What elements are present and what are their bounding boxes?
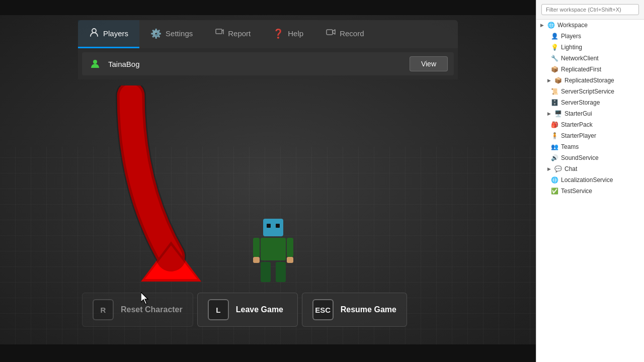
- sidebar-item-starterpack[interactable]: 🎒 StarterPack: [536, 119, 644, 130]
- reset-key-badge: R: [93, 299, 114, 320]
- sidebar-item-serverscriptservice[interactable]: 📜 ServerScriptService: [536, 86, 644, 97]
- svg-rect-14: [253, 257, 260, 263]
- main-area: Players ⚙️ Settings Report ❓: [0, 0, 536, 362]
- leave-game-label: Leave Game: [236, 305, 283, 314]
- tab-report-label: Report: [228, 29, 251, 38]
- bottom-black-bar: [0, 344, 536, 362]
- testservice-icon: ✅: [550, 187, 558, 195]
- replicatedstorage-label: ReplicatedStorage: [565, 77, 614, 84]
- tab-players[interactable]: Players: [78, 20, 139, 48]
- starterpack-icon: 🎒: [550, 121, 558, 129]
- sidebar-item-testservice[interactable]: ✅ TestService: [536, 186, 644, 197]
- report-tab-icon: [215, 28, 224, 39]
- reset-character-label: Reset Character: [121, 305, 183, 314]
- sidebar-item-lighting[interactable]: 💡 Lighting: [536, 42, 644, 53]
- resume-game-button[interactable]: ESC Resume Game: [302, 293, 407, 327]
- sidebar-item-replicatedfirst[interactable]: 📦 ReplicatedFirst: [536, 64, 644, 75]
- settings-tab-icon: ⚙️: [150, 28, 162, 39]
- top-black-bar: [0, 0, 536, 15]
- player-row: TainaBog View: [82, 52, 454, 75]
- players-list: TainaBog View: [78, 48, 458, 79]
- svg-rect-15: [287, 257, 293, 263]
- svg-rect-12: [261, 262, 271, 282]
- svg-rect-10: [253, 238, 260, 257]
- replicatedfirst-icon: 📦: [550, 65, 558, 73]
- teams-icon: 👥: [550, 143, 558, 151]
- players-sidebar-icon: 👤: [550, 32, 558, 40]
- leave-game-button[interactable]: L Leave Game: [197, 293, 298, 327]
- svg-rect-6: [263, 219, 283, 236]
- players-sidebar-label: Players: [561, 33, 581, 40]
- sidebar-item-networkclient[interactable]: 🔧 NetworkClient: [536, 53, 644, 64]
- right-sidebar: ▶ 🌐 Workspace 👤 Players 💡 Lighting 🔧 Net…: [536, 0, 644, 362]
- workspace-label: Workspace: [557, 22, 588, 29]
- teams-label: Teams: [561, 143, 579, 150]
- svg-rect-8: [276, 224, 280, 228]
- red-arrow: [91, 85, 211, 297]
- networkclient-icon: 🔧: [550, 54, 558, 62]
- view-player-button[interactable]: View: [410, 56, 448, 71]
- starterplayer-icon: 🧍: [550, 132, 558, 140]
- lighting-icon: 💡: [550, 43, 558, 51]
- networkclient-label: NetworkClient: [561, 55, 599, 62]
- sidebar-filter-area: [536, 0, 644, 20]
- replicatedstorage-icon: 📦: [554, 76, 562, 84]
- workspace-icon: 🌐: [547, 21, 555, 29]
- workspace-chevron: ▶: [539, 23, 544, 28]
- svg-point-0: [92, 29, 96, 33]
- tab-bar: Players ⚙️ Settings Report ❓: [78, 20, 458, 48]
- record-tab-icon: [326, 27, 336, 40]
- sidebar-item-starterplayer[interactable]: 🧍 StarterPlayer: [536, 130, 644, 141]
- game-character: [253, 219, 293, 284]
- sidebar-item-chat[interactable]: ▶ 💬 Chat: [536, 163, 644, 174]
- reset-character-button[interactable]: R Reset Character: [82, 293, 193, 327]
- serverscriptservice-icon: 📜: [550, 87, 558, 96]
- players-panel: Players ⚙️ Settings Report ❓: [0, 15, 536, 79]
- sidebar-item-replicatedstorage[interactable]: ▶ 📦 ReplicatedStorage: [536, 75, 644, 86]
- player-avatar: [88, 57, 102, 71]
- sidebar-item-players[interactable]: 👤 Players: [536, 31, 644, 42]
- svg-rect-11: [287, 238, 293, 257]
- serverstorage-label: ServerStorage: [561, 99, 600, 106]
- mouse-cursor: [141, 292, 151, 304]
- tab-record-label: Record: [340, 29, 364, 38]
- sidebar-item-startergui[interactable]: ▶ 🖥️ StarterGui: [536, 108, 644, 119]
- starterplayer-label: StarterPlayer: [561, 132, 596, 139]
- resume-game-label: Resume Game: [341, 305, 396, 314]
- svg-marker-4: [141, 241, 201, 282]
- sidebar-filter-input[interactable]: [541, 4, 639, 15]
- chat-icon: 💬: [554, 165, 562, 173]
- starterpack-label: StarterPack: [561, 121, 593, 128]
- svg-rect-1: [216, 29, 222, 34]
- lighting-label: Lighting: [561, 44, 582, 51]
- tab-record[interactable]: Record: [314, 20, 375, 48]
- svg-marker-5: [145, 245, 197, 279]
- sidebar-item-soundservice[interactable]: 🔊 SoundService: [536, 152, 644, 163]
- startergui-label: StarterGui: [565, 110, 592, 117]
- replicatedstorage-chevron: ▶: [546, 78, 551, 83]
- serverscriptservice-label: ServerScriptService: [561, 88, 614, 95]
- help-tab-icon: ❓: [273, 28, 284, 39]
- sidebar-item-serverstorage[interactable]: 🗄️ ServerStorage: [536, 97, 644, 108]
- tab-settings[interactable]: ⚙️ Settings: [139, 20, 204, 48]
- sidebar-item-teams[interactable]: 👥 Teams: [536, 141, 644, 152]
- chat-chevron: ▶: [546, 166, 551, 171]
- tab-report[interactable]: Report: [204, 20, 262, 48]
- resume-key-badge: ESC: [312, 299, 334, 320]
- sidebar-item-workspace[interactable]: ▶ 🌐 Workspace: [536, 20, 644, 31]
- svg-rect-2: [327, 30, 333, 35]
- leave-key-badge: L: [208, 299, 229, 320]
- startergui-icon: 🖥️: [554, 110, 562, 118]
- tab-help[interactable]: ❓ Help: [262, 20, 314, 48]
- testservice-label: TestService: [561, 188, 592, 195]
- sidebar-item-localizationservice[interactable]: 🌐 LocalizationService: [536, 174, 644, 186]
- tab-players-label: Players: [103, 29, 128, 38]
- localizationservice-label: LocalizationService: [561, 176, 613, 184]
- replicatedfirst-label: ReplicatedFirst: [561, 66, 601, 73]
- tab-help-label: Help: [288, 29, 303, 38]
- svg-rect-13: [276, 262, 286, 282]
- localizationservice-icon: 🌐: [550, 176, 558, 184]
- chat-label: Chat: [565, 165, 577, 172]
- serverstorage-icon: 🗄️: [550, 99, 558, 107]
- svg-point-3: [93, 60, 97, 64]
